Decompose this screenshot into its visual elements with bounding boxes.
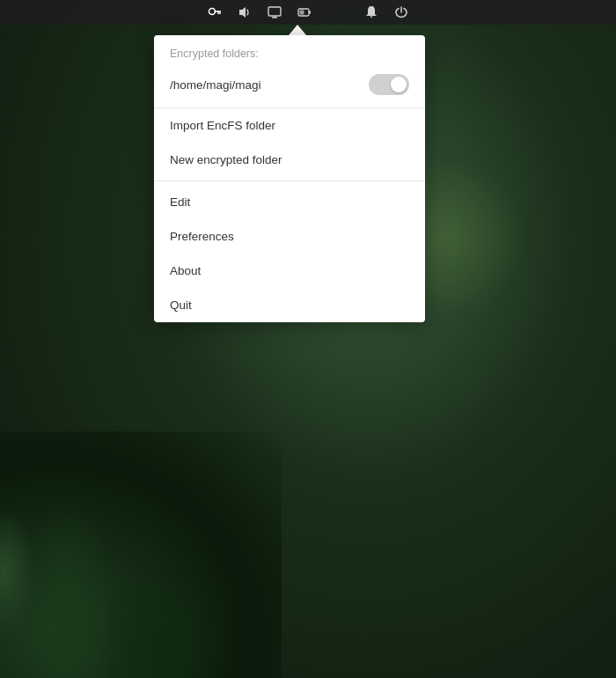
folder-path: /home/magi/magi bbox=[170, 78, 261, 92]
dropdown-arrow bbox=[289, 25, 306, 35]
quit-item[interactable]: Quit bbox=[154, 288, 425, 322]
svg-rect-9 bbox=[309, 11, 311, 14]
import-encfs-item[interactable]: Import EncFS folder bbox=[154, 108, 425, 143]
divider-2 bbox=[154, 181, 425, 181]
volume-icon[interactable] bbox=[238, 5, 252, 19]
topbar bbox=[0, 0, 616, 25]
plant-decoration bbox=[0, 458, 264, 678]
section-label: Encrypted folders: bbox=[154, 35, 425, 67]
display-icon[interactable] bbox=[268, 5, 282, 19]
key-icon[interactable] bbox=[208, 5, 222, 19]
about-item[interactable]: About bbox=[154, 254, 425, 288]
notification-icon[interactable] bbox=[364, 5, 378, 19]
edit-item[interactable]: Edit bbox=[154, 185, 425, 219]
battery-icon[interactable] bbox=[297, 5, 312, 19]
svg-rect-5 bbox=[268, 7, 281, 16]
folder-toggle[interactable] bbox=[369, 74, 409, 95]
folder-row: /home/magi/magi bbox=[154, 67, 425, 107]
svg-marker-4 bbox=[239, 7, 246, 18]
encrypted-folders-section: Encrypted folders: /home/magi/magi bbox=[154, 35, 425, 107]
new-encrypted-item[interactable]: New encrypted folder bbox=[154, 143, 425, 177]
power-icon[interactable] bbox=[394, 5, 408, 19]
preferences-item[interactable]: Preferences bbox=[154, 219, 425, 254]
dropdown-menu: Encrypted folders: /home/magi/magi Impor… bbox=[154, 35, 425, 322]
svg-rect-10 bbox=[300, 11, 304, 15]
